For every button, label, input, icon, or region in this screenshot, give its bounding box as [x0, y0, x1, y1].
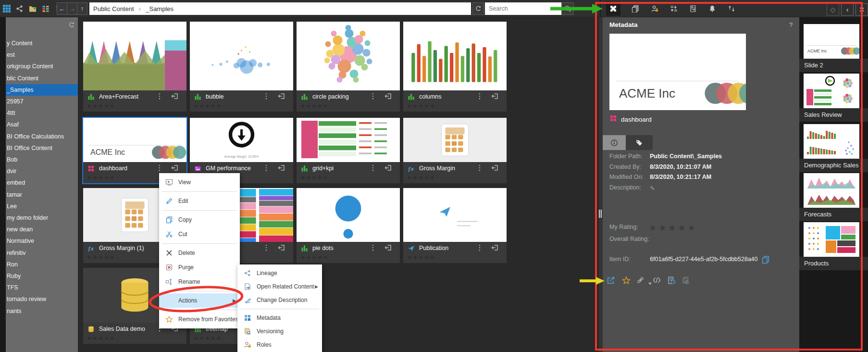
tile-menu-kebab-icon[interactable]: ⋮ — [475, 92, 484, 101]
embed-code-icon[interactable] — [653, 276, 661, 286]
menu-item-actions[interactable]: Actions▶ — [159, 293, 240, 308]
sidebar-item-nants[interactable]: nants — [6, 305, 78, 317]
diamond-button[interactable]: ◇ — [827, 3, 839, 16]
sidebar-item--samples[interactable]: _Samples — [6, 84, 78, 96]
tile-rating-stars[interactable]: ★★★★★ — [300, 103, 329, 109]
copy-item-id-icon[interactable] — [761, 255, 770, 266]
tile-rating-stars[interactable]: ★★★★★ — [407, 103, 435, 109]
menu-item-copy[interactable]: Copy — [159, 213, 240, 227]
tile-menu-kebab-icon[interactable]: ⋮ — [262, 243, 271, 253]
sidebar-item-25957[interactable]: 25957 — [6, 96, 78, 107]
tile-rating-stars[interactable]: ★★★★★ — [300, 175, 329, 181]
tile-menu-kebab-icon[interactable]: ⋮ — [262, 92, 271, 101]
tile-rating-stars[interactable]: ★★★★★ — [87, 254, 115, 261]
tile-menu-kebab-icon[interactable]: ⋮ — [155, 92, 164, 101]
favorite-icon[interactable] — [622, 276, 631, 287]
tile-open-icon[interactable] — [171, 164, 179, 174]
tile-open-icon[interactable] — [491, 92, 499, 102]
compare-icon[interactable] — [727, 1, 736, 16]
sidebar-item-lee[interactable]: Lee — [6, 201, 78, 212]
panel-splitter[interactable]: ‖ — [599, 17, 603, 352]
tile-rating-stars[interactable]: ★★★★★ — [407, 254, 435, 261]
lineage-icon[interactable] — [14, 3, 25, 14]
sidebar-item-normative[interactable]: Normative — [6, 235, 78, 247]
sidebar-item-tornado-review[interactable]: tornado review — [6, 293, 78, 305]
tile-menu-kebab-icon[interactable]: ⋮ — [155, 163, 164, 173]
sidebar-item-ron[interactable]: Ron — [6, 259, 78, 270]
link-icon[interactable] — [636, 276, 645, 286]
refresh-button[interactable] — [472, 2, 484, 15]
tile-menu-kebab-icon[interactable]: ⋮ — [475, 243, 484, 253]
sidebar-item-tfs[interactable]: TFS — [6, 282, 78, 293]
menu-item-purge[interactable]: Purge — [159, 260, 240, 275]
new-folder-icon[interactable] — [27, 3, 38, 14]
apps-grid-icon[interactable] — [1, 3, 12, 14]
menu-item-metadata[interactable]: Metadata — [237, 311, 322, 325]
tile-grid-kpi[interactable]: grid+kpi⋮★★★★★ — [297, 118, 400, 183]
breadcrumb-root[interactable]: Public Content — [93, 5, 134, 13]
tile-menu-kebab-icon[interactable]: ⋮ — [369, 92, 377, 101]
copies-icon[interactable] — [631, 1, 640, 16]
tile-open-icon[interactable] — [384, 164, 392, 174]
close-panel-button[interactable]: ✕ — [856, 3, 868, 16]
tile-rating-stars[interactable]: ★★★★★ — [87, 103, 115, 109]
tile-gross-margin[interactable]: ƒxGross Margin⋮★★★★★ — [403, 118, 507, 183]
tile-rating-stars[interactable]: ★★★★★ — [194, 335, 222, 341]
tile-menu-kebab-icon[interactable]: ⋮ — [262, 163, 271, 173]
tile-pie-dots[interactable]: pie dots⋮★★★★★ — [297, 188, 400, 263]
back-button[interactable]: ← — [57, 2, 67, 15]
tile-open-icon[interactable] — [491, 164, 499, 174]
menu-item-change-description[interactable]: Change Description — [237, 293, 322, 307]
tile-rating-stars[interactable]: ★★★★★ — [87, 335, 115, 341]
tile-circle-packing[interactable]: circle packing⋮★★★★★ — [297, 22, 400, 112]
collapse-panel-button[interactable]: ‹ — [841, 3, 854, 16]
notifications-icon[interactable] — [708, 1, 717, 16]
menu-item-remove-from-favorites[interactable]: Remove from Favorites — [159, 312, 240, 327]
sidebar-item-bi-office-calculations[interactable]: BI Office Calculations — [6, 131, 78, 142]
tile-open-icon[interactable] — [278, 244, 285, 253]
search-icon[interactable] — [561, 2, 574, 15]
preview-thumb-products[interactable] — [804, 222, 859, 257]
my-rating-stars[interactable]: ★★★★★ — [649, 223, 697, 233]
roles-icon[interactable] — [650, 1, 659, 16]
preview-thumb-demographic-sales[interactable] — [804, 124, 859, 159]
tab-tags[interactable] — [626, 135, 653, 150]
tile-open-icon[interactable] — [278, 164, 285, 174]
sidebar-item-4ttt[interactable]: 4ttt — [6, 107, 78, 119]
open-item-icon[interactable] — [607, 276, 615, 287]
view-options-icon[interactable] — [40, 3, 51, 14]
tile-area-forecast[interactable]: Area+Forecast⋮★★★★★ — [83, 22, 186, 112]
sidebar-item-ruby[interactable]: Ruby — [6, 270, 78, 282]
menu-item-cut[interactable]: Cut — [159, 227, 240, 241]
sidebar-item-new-dean[interactable]: new dean — [6, 224, 78, 235]
sidebar-item-asaf[interactable]: Asaf — [6, 119, 78, 130]
tile-rating-stars[interactable]: ★★★★★ — [407, 175, 435, 181]
sidebar-item-est[interactable]: est — [6, 49, 78, 61]
tile-rating-stars[interactable]: ★★★★★ — [300, 254, 329, 261]
link-caret-icon[interactable] — [648, 279, 652, 288]
help-icon[interactable]: ? — [789, 21, 793, 28]
sidebar-item-blic-content[interactable]: blic Content — [6, 73, 78, 84]
related-list-icon[interactable] — [670, 1, 678, 16]
sidebar-item-y-content[interactable]: y Content — [6, 38, 78, 49]
tile-menu-kebab-icon[interactable]: ⋮ — [475, 163, 484, 173]
preview-thumb-sales-review[interactable] — [804, 74, 859, 108]
tile-open-icon[interactable] — [384, 244, 392, 253]
tile-open-icon[interactable] — [384, 92, 392, 102]
tab-info[interactable] — [603, 135, 626, 150]
tile-open-icon[interactable] — [171, 92, 179, 102]
sidebar-item-bob[interactable]: Bob — [6, 154, 78, 165]
tile-menu-kebab-icon[interactable]: ⋮ — [369, 243, 377, 253]
sidebar-item-orkgroup-content[interactable]: orkgroup Content — [6, 61, 78, 72]
tile-columns[interactable]: columns⋮★★★★★ — [403, 22, 507, 112]
menu-item-delete[interactable]: Delete — [159, 246, 240, 260]
tile-rating-stars[interactable]: ★★★★★ — [194, 103, 222, 109]
up-button[interactable]: ↑ — [77, 2, 87, 15]
menu-item-lineage[interactable]: Lineage — [237, 266, 322, 280]
sidebar-refresh-icon[interactable] — [68, 22, 75, 30]
menu-item-view[interactable]: View — [159, 175, 240, 189]
breadcrumb-current[interactable]: _Samples — [146, 5, 174, 13]
metadata-icon[interactable] — [606, 1, 620, 16]
tile-rating-stars[interactable]: ★★★★★ — [87, 175, 115, 181]
tile-publication[interactable]: Publication⋮★★★★★ — [403, 188, 507, 263]
